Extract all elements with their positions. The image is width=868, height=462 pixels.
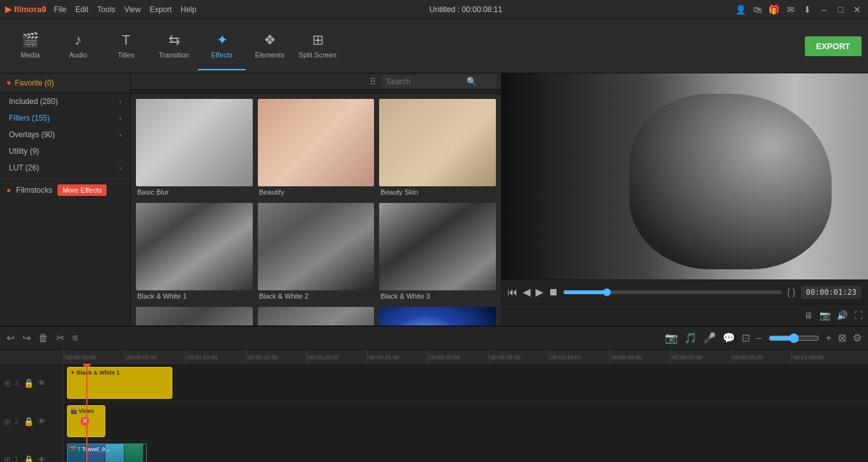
- lock-icon-2[interactable]: 🔒: [24, 417, 34, 426]
- sidebar-item-included[interactable]: Included (280) ›: [0, 93, 130, 110]
- toolbar: 🎬 Media ♪ Audio T Titles ⇆ Transition ✦ …: [0, 19, 868, 73]
- delete-button[interactable]: 🗑: [38, 332, 49, 344]
- more-effects-button[interactable]: More Effects: [57, 184, 107, 196]
- user-icon[interactable]: 👤: [735, 4, 747, 15]
- effect-item-5[interactable]: Black & White 3: [379, 203, 496, 302]
- sidebar-item-utility[interactable]: Utility (9): [0, 143, 130, 160]
- effect-label-5: Black & White 3: [379, 290, 496, 302]
- tab-audio[interactable]: ♪ Audio: [54, 22, 102, 70]
- track-label-3: ⊞ 3 🔒 👁: [0, 364, 64, 402]
- gift-icon[interactable]: 🎁: [768, 4, 780, 15]
- tab-transition[interactable]: ⇆ Transition: [150, 22, 198, 70]
- menu-tools[interactable]: Tools: [98, 5, 116, 14]
- audio-icon: ♪: [75, 32, 82, 48]
- mic-button[interactable]: 🎤: [703, 332, 716, 344]
- ruler-mark: 00:00:00:00: [64, 350, 124, 362]
- timeline-ruler[interactable]: 00:00:00:0000:00:05:0000:00:10:0000:00:1…: [64, 350, 868, 364]
- export-button[interactable]: EXPORT: [805, 36, 862, 56]
- clip-label-overlay[interactable]: 🎬 T Travel_0...: [67, 443, 147, 462]
- progress-fill: [564, 290, 607, 294]
- time-display: 00:00:01:23: [801, 286, 862, 299]
- grid3-icon: ⊞: [4, 378, 11, 388]
- minimize-button[interactable]: –: [818, 4, 830, 15]
- audio-track-button[interactable]: 🎵: [684, 332, 697, 344]
- settings2-button[interactable]: ⚙: [853, 332, 862, 344]
- screenshot-icon[interactable]: 📷: [819, 310, 830, 320]
- tab-elements[interactable]: ❖ Elements: [246, 22, 294, 70]
- undo-button[interactable]: ↩: [6, 332, 15, 344]
- menu-export[interactable]: Export: [149, 5, 172, 14]
- ruler-mark: 00:00:25:00: [367, 350, 428, 362]
- eye-icon-2[interactable]: 👁: [38, 417, 46, 426]
- redo-button[interactable]: ↪: [22, 332, 31, 344]
- eye-icon-1[interactable]: 👁: [38, 455, 46, 463]
- subtitle-button[interactable]: 💬: [722, 332, 735, 344]
- plus-button[interactable]: +: [826, 332, 832, 344]
- fit-button[interactable]: ⊠: [838, 332, 846, 344]
- chevron-right-icon: ›: [119, 131, 121, 138]
- effects-icon: ✦: [216, 32, 228, 48]
- ruler-and-tracks: 00:00:00:0000:00:05:0000:00:10:0000:00:1…: [64, 350, 868, 462]
- zoom-slider[interactable]: [768, 333, 819, 343]
- tab-media[interactable]: 🎬 Media: [6, 22, 54, 70]
- track-label-1: ⊞ 1 🔒 👁: [0, 440, 64, 462]
- preview-controls: ⏮ ◀ ▶ ⏹ { } 00:00:01:23: [501, 279, 868, 304]
- sidebar-item-lut[interactable]: LUT (26) ›: [0, 160, 130, 176]
- lock-icon-3[interactable]: 🔒: [24, 378, 34, 388]
- search-icon: 🔍: [467, 77, 477, 86]
- search-box[interactable]: 🔍: [381, 75, 496, 88]
- eye-icon-3[interactable]: 👁: [38, 378, 46, 388]
- fullscreen-icon[interactable]: ⛶: [854, 310, 863, 320]
- menu-view[interactable]: View: [124, 5, 141, 14]
- effect-item-2[interactable]: Beauty Skin: [379, 99, 496, 198]
- menu-help[interactable]: Help: [181, 5, 197, 14]
- progress-bar[interactable]: [564, 290, 782, 294]
- shop-icon[interactable]: 🛍: [752, 4, 763, 15]
- delete-handle[interactable]: ✕: [80, 417, 89, 426]
- monitor-icon[interactable]: 🖥: [804, 310, 813, 320]
- search-input[interactable]: [386, 77, 463, 86]
- close-button[interactable]: ✕: [851, 4, 863, 15]
- play-button[interactable]: ▶: [535, 286, 543, 298]
- effect-item-8[interactable]: Blue Explosion: [379, 307, 496, 325]
- skip-back-button[interactable]: ⏮: [507, 287, 518, 298]
- playhead[interactable]: [86, 364, 87, 462]
- tab-effects[interactable]: ✦ Effects: [198, 22, 246, 70]
- clip-effect-bw1[interactable]: ✦ Black & White 1: [67, 367, 172, 399]
- menu-file[interactable]: File: [54, 5, 66, 14]
- effect-item-1[interactable]: Beautify: [258, 99, 375, 198]
- lock-icon-1[interactable]: 🔒: [24, 455, 34, 463]
- volume-icon[interactable]: 🔊: [837, 310, 848, 320]
- camera-button[interactable]: 📷: [665, 332, 678, 344]
- effect-thumb-8: [379, 307, 496, 325]
- effect-label-4: Black & White 2: [258, 290, 375, 302]
- tab-split-screen[interactable]: ⊞ Split Screen: [294, 22, 341, 70]
- grid-icon: ⠿: [370, 77, 376, 87]
- effect-item-3[interactable]: Black & White 1: [136, 203, 253, 302]
- effect-item-7[interactable]: Black & White 5: [258, 307, 375, 325]
- download-icon[interactable]: ⬇: [802, 4, 813, 15]
- stop-button[interactable]: ⏹: [548, 287, 558, 298]
- play-back-button[interactable]: ◀: [523, 286, 530, 298]
- sidebar-item-filters[interactable]: Filters (155) ›: [0, 110, 130, 126]
- settings-button[interactable]: ≡: [72, 332, 78, 344]
- mail-icon[interactable]: ✉: [785, 4, 797, 15]
- maximize-button[interactable]: □: [835, 4, 846, 15]
- app-body: ♥ Favorite (0) Included (280) › Filters …: [0, 73, 868, 462]
- sidebar-item-overlays[interactable]: Overlays (90) ›: [0, 126, 130, 143]
- menu-edit[interactable]: Edit: [75, 5, 89, 14]
- effect-item-4[interactable]: Black & White 2: [258, 203, 375, 302]
- tracks-area: ✦ Black & White 1 🎬 V: [64, 364, 868, 462]
- cut-button[interactable]: ✂: [56, 332, 64, 344]
- ruler-mark: 00:00:20:00: [306, 350, 367, 362]
- tab-titles[interactable]: T Titles: [102, 22, 150, 70]
- in-point-button[interactable]: { }: [787, 287, 795, 297]
- progress-handle[interactable]: [603, 288, 611, 296]
- grid2-icon: ⊞: [4, 417, 11, 426]
- pip-button[interactable]: ⊡: [742, 332, 750, 344]
- favorite-header[interactable]: ♥ Favorite (0): [0, 73, 130, 93]
- effect-item-0[interactable]: Basic Blur: [136, 99, 253, 198]
- minus-button[interactable]: –: [756, 332, 762, 344]
- ruler-mark: 00:00:35:00: [488, 350, 549, 362]
- effect-item-6[interactable]: Black & White 4: [136, 307, 253, 325]
